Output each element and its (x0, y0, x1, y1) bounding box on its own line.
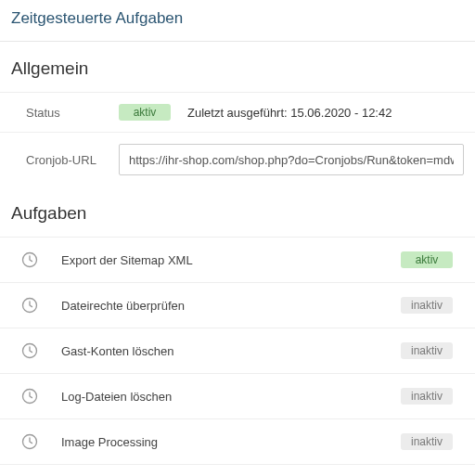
cronjob-url-input[interactable] (119, 144, 464, 175)
task-badge-wrap: inaktiv (390, 433, 464, 450)
task-row[interactable]: Gast-Konten löscheninaktiv (0, 328, 475, 373)
status-badge-inactive: inaktiv (401, 342, 453, 359)
clock-icon (20, 387, 45, 405)
clock-icon (20, 251, 45, 269)
cronjob-url-label: Cronjob-URL (26, 153, 119, 167)
task-row[interactable]: Export der Sitemap XMLaktiv (0, 237, 475, 282)
task-label: Log-Dateien löschen (45, 390, 390, 404)
task-row[interactable]: Log-Dateien löscheninaktiv (0, 373, 475, 418)
status-content: aktiv Zuletzt ausgeführt: 15.06.2020 - 1… (119, 104, 464, 121)
section-heading-tasks: Aufgaben (0, 187, 475, 237)
clock-icon (20, 341, 45, 360)
task-label: Image Processing (45, 435, 390, 449)
task-row[interactable]: Image Processinginaktiv (0, 418, 475, 464)
clock-icon (20, 296, 45, 315)
status-badge-inactive: inaktiv (401, 433, 453, 450)
task-label: Export der Sitemap XML (45, 253, 390, 267)
status-label: Status (26, 106, 119, 120)
task-badge-wrap: inaktiv (390, 342, 464, 359)
last-run-text: Zuletzt ausgeführt: 15.06.2020 - 12:42 (187, 106, 392, 120)
status-badge-inactive: inaktiv (401, 388, 453, 405)
status-badge-active: aktiv (401, 251, 453, 268)
tasks-list: Export der Sitemap XMLaktivDateirechte ü… (0, 237, 475, 464)
status-badge-inactive: inaktiv (401, 297, 453, 314)
clock-icon (20, 432, 45, 451)
page-title: Zeitgesteuerte Aufgaben (0, 0, 475, 41)
task-badge-wrap: inaktiv (390, 388, 464, 405)
task-badge-wrap: inaktiv (390, 297, 464, 314)
section-heading-general: Allgemein (0, 42, 475, 92)
tasks-bottom-border (0, 464, 475, 468)
task-badge-wrap: aktiv (390, 251, 464, 268)
cronjob-url-content (119, 144, 464, 175)
status-badge: aktiv (119, 104, 171, 121)
task-row[interactable]: Dateirechte überprüfeninaktiv (0, 282, 475, 328)
task-label: Gast-Konten löschen (45, 344, 390, 358)
status-row: Status aktiv Zuletzt ausgeführt: 15.06.2… (0, 92, 475, 132)
cronjob-url-row: Cronjob-URL (0, 132, 475, 187)
task-label: Dateirechte überprüfen (45, 299, 390, 313)
page-root: Zeitgesteuerte Aufgaben Allgemein Status… (0, 0, 475, 468)
